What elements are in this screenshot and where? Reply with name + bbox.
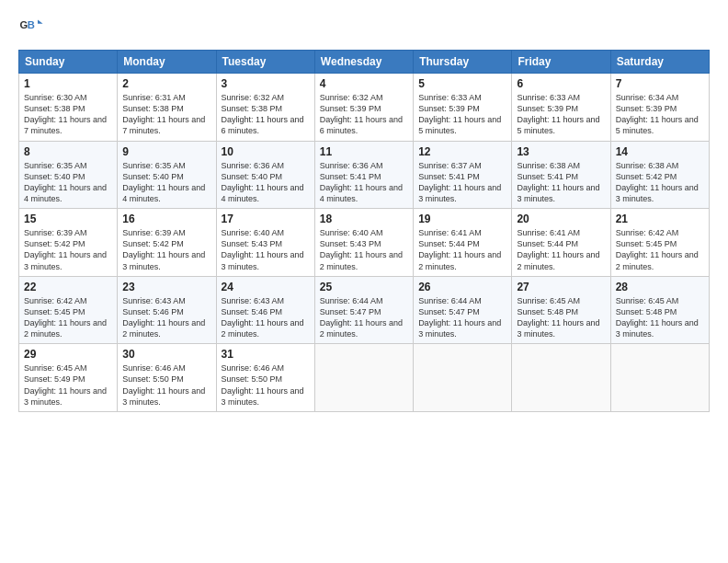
day-number: 7	[616, 77, 704, 90]
day-number: 31	[222, 348, 310, 361]
calendar-cell: 10 Sunrise: 6:36 AM Sunset: 5:40 PM Dayl…	[216, 141, 314, 209]
week-row-4: 22 Sunrise: 6:42 AM Sunset: 5:45 PM Dayl…	[19, 276, 710, 344]
day-info: Sunrise: 6:42 AM Sunset: 5:45 PM Dayligh…	[24, 295, 112, 340]
day-info: Sunrise: 6:36 AM Sunset: 5:40 PM Dayligh…	[222, 160, 310, 205]
calendar-table: SundayMondayTuesdayWednesdayThursdayFrid…	[18, 50, 710, 412]
calendar-cell: 23 Sunrise: 6:43 AM Sunset: 5:46 PM Dayl…	[118, 276, 216, 344]
calendar-cell: 28 Sunrise: 6:45 AM Sunset: 5:48 PM Dayl…	[610, 276, 709, 344]
calendar-cell: 6 Sunrise: 6:33 AM Sunset: 5:39 PM Dayli…	[512, 74, 610, 142]
day-number: 10	[222, 145, 310, 158]
day-info: Sunrise: 6:33 AM Sunset: 5:39 PM Dayligh…	[517, 92, 605, 137]
calendar-cell	[610, 344, 709, 412]
day-number: 17	[222, 213, 310, 225]
day-number: 27	[517, 281, 605, 293]
calendar-cell	[512, 344, 610, 412]
calendar-cell: 31 Sunrise: 6:46 AM Sunset: 5:50 PM Dayl…	[216, 344, 314, 412]
day-number: 11	[320, 145, 408, 158]
day-info: Sunrise: 6:45 AM Sunset: 5:48 PM Dayligh…	[517, 295, 605, 340]
calendar-cell: 9 Sunrise: 6:35 AM Sunset: 5:40 PM Dayli…	[118, 141, 216, 209]
logo: G B	[18, 15, 48, 40]
calendar-cell: 16 Sunrise: 6:39 AM Sunset: 5:42 PM Dayl…	[118, 209, 216, 277]
day-info: Sunrise: 6:43 AM Sunset: 5:46 PM Dayligh…	[122, 295, 210, 340]
svg-marker-2	[38, 20, 43, 24]
calendar-cell: 4 Sunrise: 6:32 AM Sunset: 5:39 PM Dayli…	[314, 74, 413, 142]
day-info: Sunrise: 6:45 AM Sunset: 5:49 PM Dayligh…	[24, 362, 112, 408]
logo-icon: G B	[18, 15, 44, 40]
day-number: 9	[122, 145, 210, 158]
calendar-cell: 24 Sunrise: 6:43 AM Sunset: 5:46 PM Dayl…	[216, 276, 314, 344]
day-number: 19	[418, 213, 506, 225]
day-number: 26	[418, 281, 506, 293]
day-info: Sunrise: 6:35 AM Sunset: 5:40 PM Dayligh…	[24, 160, 112, 205]
day-number: 22	[24, 281, 112, 293]
day-number: 30	[122, 348, 210, 361]
day-info: Sunrise: 6:34 AM Sunset: 5:39 PM Dayligh…	[616, 92, 704, 137]
calendar-cell: 17 Sunrise: 6:40 AM Sunset: 5:43 PM Dayl…	[216, 209, 314, 277]
calendar-cell: 15 Sunrise: 6:39 AM Sunset: 5:42 PM Dayl…	[19, 209, 118, 277]
day-number: 8	[24, 145, 112, 158]
day-number: 16	[122, 213, 210, 225]
calendar-cell: 21 Sunrise: 6:42 AM Sunset: 5:45 PM Dayl…	[610, 209, 709, 277]
week-row-5: 29 Sunrise: 6:45 AM Sunset: 5:49 PM Dayl…	[19, 344, 710, 412]
calendar-cell: 27 Sunrise: 6:45 AM Sunset: 5:48 PM Dayl…	[512, 276, 610, 344]
day-info: Sunrise: 6:35 AM Sunset: 5:40 PM Dayligh…	[122, 160, 210, 205]
day-number: 25	[320, 281, 408, 293]
day-info: Sunrise: 6:38 AM Sunset: 5:42 PM Dayligh…	[616, 160, 704, 205]
calendar-header-row: SundayMondayTuesdayWednesdayThursdayFrid…	[19, 51, 710, 74]
day-info: Sunrise: 6:40 AM Sunset: 5:43 PM Dayligh…	[222, 227, 310, 272]
day-info: Sunrise: 6:46 AM Sunset: 5:50 PM Dayligh…	[222, 362, 310, 408]
day-number: 24	[222, 281, 310, 293]
day-info: Sunrise: 6:36 AM Sunset: 5:41 PM Dayligh…	[320, 160, 408, 205]
calendar-cell: 20 Sunrise: 6:41 AM Sunset: 5:44 PM Dayl…	[512, 209, 610, 277]
day-info: Sunrise: 6:44 AM Sunset: 5:47 PM Dayligh…	[418, 295, 506, 340]
day-info: Sunrise: 6:42 AM Sunset: 5:45 PM Dayligh…	[616, 227, 704, 272]
day-info: Sunrise: 6:45 AM Sunset: 5:48 PM Dayligh…	[616, 295, 704, 340]
day-number: 15	[24, 213, 112, 225]
header-day-friday: Friday	[512, 51, 610, 74]
day-number: 23	[122, 281, 210, 293]
day-info: Sunrise: 6:40 AM Sunset: 5:43 PM Dayligh…	[320, 227, 408, 272]
calendar-cell: 12 Sunrise: 6:37 AM Sunset: 5:41 PM Dayl…	[414, 141, 512, 209]
day-info: Sunrise: 6:39 AM Sunset: 5:42 PM Dayligh…	[24, 227, 112, 272]
svg-text:B: B	[28, 19, 35, 30]
day-number: 29	[24, 348, 112, 361]
day-number: 13	[517, 145, 605, 158]
day-number: 1	[24, 77, 112, 90]
calendar-cell: 11 Sunrise: 6:36 AM Sunset: 5:41 PM Dayl…	[314, 141, 413, 209]
day-info: Sunrise: 6:41 AM Sunset: 5:44 PM Dayligh…	[517, 227, 605, 272]
calendar-cell: 26 Sunrise: 6:44 AM Sunset: 5:47 PM Dayl…	[414, 276, 512, 344]
day-number: 28	[616, 281, 704, 293]
calendar-cell: 30 Sunrise: 6:46 AM Sunset: 5:50 PM Dayl…	[118, 344, 216, 412]
calendar-cell: 7 Sunrise: 6:34 AM Sunset: 5:39 PM Dayli…	[610, 74, 709, 142]
calendar-cell: 29 Sunrise: 6:45 AM Sunset: 5:49 PM Dayl…	[19, 344, 118, 412]
calendar-cell: 14 Sunrise: 6:38 AM Sunset: 5:42 PM Dayl…	[610, 141, 709, 209]
day-number: 6	[517, 77, 605, 90]
day-info: Sunrise: 6:43 AM Sunset: 5:46 PM Dayligh…	[222, 295, 310, 340]
day-number: 4	[320, 77, 408, 90]
day-number: 12	[418, 145, 506, 158]
header-day-tuesday: Tuesday	[216, 51, 314, 74]
calendar-cell: 18 Sunrise: 6:40 AM Sunset: 5:43 PM Dayl…	[314, 209, 413, 277]
calendar-cell: 22 Sunrise: 6:42 AM Sunset: 5:45 PM Dayl…	[19, 276, 118, 344]
header-day-monday: Monday	[118, 51, 216, 74]
header-day-thursday: Thursday	[414, 51, 512, 74]
calendar-cell: 19 Sunrise: 6:41 AM Sunset: 5:44 PM Dayl…	[414, 209, 512, 277]
header: G B	[18, 15, 710, 40]
page: G B SundayMondayTuesdayWednesdayThursday…	[0, 0, 728, 563]
calendar-cell: 3 Sunrise: 6:32 AM Sunset: 5:38 PM Dayli…	[216, 74, 314, 142]
day-info: Sunrise: 6:44 AM Sunset: 5:47 PM Dayligh…	[320, 295, 408, 340]
day-number: 5	[418, 77, 506, 90]
day-info: Sunrise: 6:37 AM Sunset: 5:41 PM Dayligh…	[418, 160, 506, 205]
header-day-saturday: Saturday	[610, 51, 709, 74]
day-info: Sunrise: 6:32 AM Sunset: 5:38 PM Dayligh…	[222, 92, 310, 137]
day-info: Sunrise: 6:32 AM Sunset: 5:39 PM Dayligh…	[320, 92, 408, 137]
header-day-sunday: Sunday	[19, 51, 118, 74]
calendar-cell: 2 Sunrise: 6:31 AM Sunset: 5:38 PM Dayli…	[118, 74, 216, 142]
day-info: Sunrise: 6:38 AM Sunset: 5:41 PM Dayligh…	[517, 160, 605, 205]
day-info: Sunrise: 6:30 AM Sunset: 5:38 PM Dayligh…	[24, 92, 112, 137]
day-info: Sunrise: 6:39 AM Sunset: 5:42 PM Dayligh…	[122, 227, 210, 272]
day-info: Sunrise: 6:33 AM Sunset: 5:39 PM Dayligh…	[418, 92, 506, 137]
header-day-wednesday: Wednesday	[314, 51, 413, 74]
day-info: Sunrise: 6:46 AM Sunset: 5:50 PM Dayligh…	[122, 362, 210, 408]
day-info: Sunrise: 6:41 AM Sunset: 5:44 PM Dayligh…	[418, 227, 506, 272]
